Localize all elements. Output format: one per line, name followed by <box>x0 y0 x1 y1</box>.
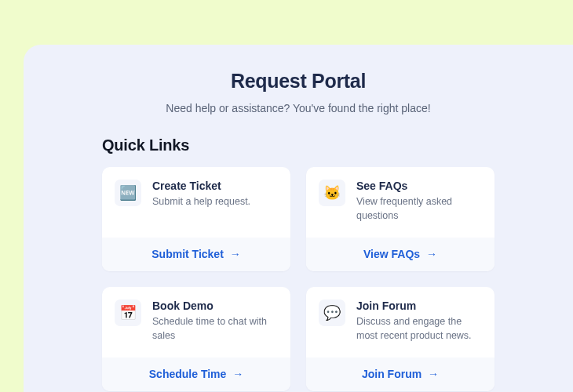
card-title: Book Demo <box>152 299 276 312</box>
portal-panel: Request Portal Need help or assistance? … <box>24 45 573 392</box>
quick-links-grid: 🆕 Create Ticket Submit a help request. S… <box>102 167 495 391</box>
speech-bubble-icon: 💬 <box>319 299 345 326</box>
arrow-right-icon: → <box>230 248 241 260</box>
card-book-demo: 📅 Book Demo Schedule time to chat with s… <box>102 287 290 391</box>
card-desc: View frequently asked questions <box>356 195 480 223</box>
card-join-forum: 💬 Join Forum Discuss and engage the most… <box>306 287 495 391</box>
arrow-right-icon: → <box>426 248 437 260</box>
card-footer: Join Forum → <box>306 358 495 391</box>
card-desc: Submit a help request. <box>152 195 250 209</box>
card-body: 💬 Join Forum Discuss and engage the most… <box>306 287 495 358</box>
arrow-right-icon: → <box>428 368 439 380</box>
link-label: Join Forum <box>362 368 422 380</box>
card-title: See FAQs <box>356 180 480 192</box>
link-label: Submit Ticket <box>151 248 224 260</box>
quick-links-heading: Quick Links <box>102 136 495 154</box>
card-text: See FAQs View frequently asked questions <box>356 180 480 223</box>
faq-icon: 🐱 <box>319 180 345 206</box>
new-icon: 🆕 <box>115 180 141 206</box>
join-forum-link[interactable]: Join Forum → <box>362 368 439 380</box>
page-title: Request Portal <box>24 70 573 93</box>
card-body: 🐱 See FAQs View frequently asked questio… <box>306 167 495 238</box>
card-body: 📅 Book Demo Schedule time to chat with s… <box>102 287 290 358</box>
page-subtitle: Need help or assistance? You've found th… <box>24 102 573 114</box>
card-title: Create Ticket <box>152 180 250 192</box>
submit-ticket-link[interactable]: Submit Ticket → <box>151 248 240 260</box>
arrow-right-icon: → <box>232 368 243 380</box>
card-footer: View FAQs → <box>306 238 495 271</box>
card-desc: Schedule time to chat with sales <box>152 315 276 343</box>
card-desc: Discuss and engage the most recent produ… <box>356 315 480 343</box>
schedule-time-link[interactable]: Schedule Time → <box>149 368 243 380</box>
card-text: Join Forum Discuss and engage the most r… <box>356 299 480 343</box>
calendar-icon: 📅 <box>115 299 141 326</box>
card-footer: Schedule Time → <box>102 358 290 391</box>
link-label: Schedule Time <box>149 368 227 380</box>
card-text: Create Ticket Submit a help request. <box>152 180 250 223</box>
card-body: 🆕 Create Ticket Submit a help request. <box>102 167 290 238</box>
content: Quick Links 🆕 Create Ticket Submit a hel… <box>24 136 573 391</box>
view-faqs-link[interactable]: View FAQs → <box>363 248 437 260</box>
card-see-faqs: 🐱 See FAQs View frequently asked questio… <box>306 167 495 271</box>
card-title: Join Forum <box>356 299 480 312</box>
card-text: Book Demo Schedule time to chat with sal… <box>152 299 276 343</box>
card-footer: Submit Ticket → <box>102 238 290 271</box>
card-create-ticket: 🆕 Create Ticket Submit a help request. S… <box>102 167 290 271</box>
link-label: View FAQs <box>363 248 420 260</box>
header: Request Portal Need help or assistance? … <box>24 70 573 114</box>
